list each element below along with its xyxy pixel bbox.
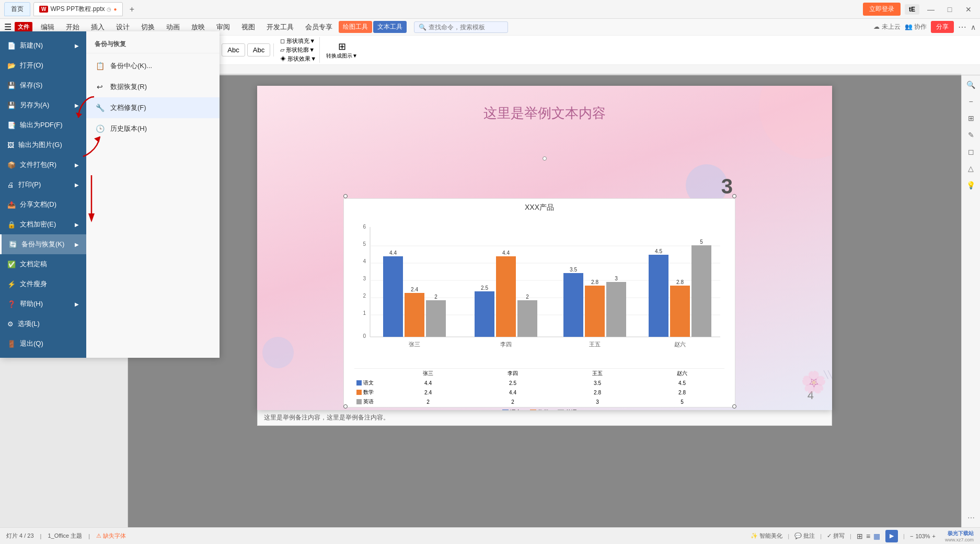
- menu-text-tool[interactable]: 文本工具: [373, 21, 407, 33]
- font-warning: ⚠缺失字体: [96, 532, 126, 540]
- svg-rect-31: [426, 300, 446, 337]
- menu-backup[interactable]: 🔄 备份与恢复(K) ▶: [0, 234, 86, 254]
- user-avatar[interactable]: tE: [905, 4, 919, 15]
- brand-name: 极光下载站: [948, 530, 974, 537]
- menu-member[interactable]: 会员专享: [300, 20, 338, 34]
- comment-btn[interactable]: 💬批注: [794, 532, 815, 540]
- convert-diagram-btn[interactable]: ⊞ 转换成图示▼: [326, 41, 358, 60]
- chart-container[interactable]: XXX产品 6 5 4 3 2 1 0: [343, 198, 735, 407]
- menu-encrypt[interactable]: 🔒 文档加密(E) ▶: [0, 214, 86, 234]
- deco-circle-tr: [759, 86, 832, 159]
- menu-view[interactable]: 视图: [236, 20, 260, 34]
- doc-repair-label: 文档修复(F): [110, 103, 146, 112]
- tab-add[interactable]: +: [126, 3, 139, 16]
- right-tool-layers[interactable]: ⊞: [964, 111, 978, 126]
- menu-new[interactable]: 📄 新建(N) ▶: [0, 36, 86, 55]
- save-cloud-btn[interactable]: ☁ 未上云: [873, 22, 900, 31]
- zoom-control: − 103% +: [910, 533, 936, 539]
- svg-text:2: 2: [526, 294, 529, 300]
- style-abc3-btn[interactable]: Abc: [247, 43, 270, 56]
- shape-effect-btn[interactable]: ◈ 形状效果▼: [280, 55, 316, 63]
- view-normal-btn[interactable]: ⊞: [857, 532, 863, 540]
- table-header-zhaoliu: 赵六: [640, 369, 724, 378]
- sep6: |: [903, 533, 905, 539]
- right-toolbar: 🔍 − ⊞ ✎ ◻ △ 💡 ⋯: [961, 75, 980, 527]
- menu-open[interactable]: 📂 打开(O): [0, 55, 86, 75]
- svg-text:赵六: 赵六: [674, 341, 686, 347]
- handle-br[interactable]: [732, 404, 736, 409]
- smart-beauty-btn[interactable]: ✨智能美化: [751, 532, 782, 540]
- svg-rect-38: [517, 300, 537, 337]
- svg-text:李四: 李四: [500, 341, 512, 347]
- menu-help[interactable]: ❓ 帮助(H) ▶: [0, 294, 86, 314]
- handle-bl[interactable]: [343, 404, 348, 409]
- convert-icon: ⊞: [338, 41, 346, 52]
- menu-export-pdf[interactable]: 📑 输出为PDF(F): [0, 115, 86, 135]
- slide-canvas[interactable]: 这里是举例文本内容 3 XXX产品 6 5 4: [257, 86, 832, 410]
- file-menu-active[interactable]: 文件: [15, 22, 32, 32]
- shape-outline-btn[interactable]: ▱ 形状轮廓▼: [280, 46, 316, 54]
- collaborate-btn[interactable]: 👥 协作: [905, 22, 927, 31]
- view-outline-btn[interactable]: ≡: [866, 532, 870, 540]
- maximize-button[interactable]: □: [942, 4, 957, 15]
- right-tool-shape[interactable]: △: [964, 161, 978, 176]
- right-tool-minus[interactable]: −: [964, 94, 978, 109]
- table-header-lisi: 李四: [470, 369, 555, 378]
- svg-text:3.5: 3.5: [570, 267, 577, 273]
- menu-save[interactable]: 💾 保存(S): [0, 75, 86, 95]
- collapse-ribbon-icon[interactable]: ∧: [971, 23, 976, 31]
- annotation-area[interactable]: 这里是举例备注内容，这里是举例备注内容。: [257, 410, 832, 426]
- tab-wps[interactable]: W WPS PPT教程.pptx ◷ ●: [33, 2, 123, 16]
- svg-text:4.4: 4.4: [389, 250, 397, 256]
- menu-exit[interactable]: 🚪 退出(Q): [0, 334, 86, 354]
- right-tool-bulb[interactable]: 💡: [964, 178, 978, 192]
- minimize-button[interactable]: —: [924, 4, 938, 15]
- canvas-area: 这里是举例文本内容 3 XXX产品 6 5 4: [128, 75, 961, 527]
- saveas-icon: 💾: [7, 101, 16, 109]
- search-input[interactable]: [429, 24, 503, 31]
- menu-saveas[interactable]: 💾 另存为(A) ▶: [0, 95, 86, 115]
- submenu-history[interactable]: 🕒 历史版本(H): [86, 118, 220, 139]
- menu-print[interactable]: 🖨 打印(P) ▶: [0, 175, 86, 195]
- tab-unsaved-dot: ●: [113, 6, 117, 12]
- chart-legend: 语文 数学 英语: [344, 406, 735, 410]
- right-tool-pen[interactable]: ✎: [964, 128, 978, 142]
- handle-tr[interactable]: [732, 194, 736, 198]
- slide-section-num: 3: [721, 175, 733, 198]
- menu-options[interactable]: ⚙ 选项(L): [0, 314, 86, 334]
- help-arrow: ▶: [75, 301, 79, 307]
- style-abc2-btn[interactable]: Abc: [222, 43, 245, 56]
- data-restore-label: 数据恢复(R): [110, 82, 147, 92]
- menu-slim[interactable]: ⚡ 文件瘦身: [0, 274, 86, 294]
- submenu-data-restore[interactable]: ↩ 数据恢复(R): [86, 76, 220, 97]
- right-tool-more[interactable]: ⋯: [964, 511, 978, 525]
- menu-package[interactable]: 📦 文件打包(R) ▶: [0, 155, 86, 175]
- menu-developer[interactable]: 开发工具: [261, 20, 299, 34]
- zoom-level: 103%: [915, 533, 930, 539]
- more-options-icon[interactable]: ⋯: [958, 22, 966, 32]
- hamburger-menu[interactable]: ☰: [4, 22, 11, 32]
- svg-rect-48: [649, 255, 668, 337]
- slide-info: 灯片 4 / 23: [6, 532, 34, 540]
- right-tool-rect[interactable]: ◻: [964, 144, 978, 159]
- close-button[interactable]: ✕: [961, 4, 976, 15]
- submenu-backup-center[interactable]: 📋 备份中心(K)...: [86, 55, 220, 76]
- menu-draw-tool[interactable]: 绘图工具: [339, 21, 372, 33]
- menu-export-img[interactable]: 🖼 输出为图片(G): [0, 135, 86, 155]
- share-button[interactable]: 分享: [931, 21, 954, 33]
- play-slideshow-btn[interactable]: ▶: [885, 530, 898, 542]
- font-warn-text: 缺失字体: [103, 532, 126, 540]
- shape-fill-btn[interactable]: ◻ 形状填充▼: [280, 37, 316, 45]
- title-bar-left: 首页 W WPS PPT教程.pptx ◷ ● +: [4, 2, 861, 16]
- menu-share[interactable]: 📤 分享文档(D): [0, 195, 86, 214]
- right-tool-search[interactable]: 🔍: [964, 77, 978, 92]
- login-button[interactable]: 立即登录: [863, 3, 901, 16]
- handle-tl[interactable]: [343, 194, 348, 198]
- zoom-out-btn[interactable]: −: [910, 533, 913, 539]
- submenu-doc-repair[interactable]: 🔧 文档修复(F): [86, 97, 220, 118]
- zoom-in-btn[interactable]: +: [932, 533, 936, 539]
- spellcheck-btn[interactable]: ✓拼写: [827, 532, 845, 540]
- menu-finalize[interactable]: ✅ 文档定稿: [0, 254, 86, 274]
- view-slide-btn[interactable]: ▦: [873, 532, 880, 540]
- tab-home[interactable]: 首页: [4, 2, 30, 16]
